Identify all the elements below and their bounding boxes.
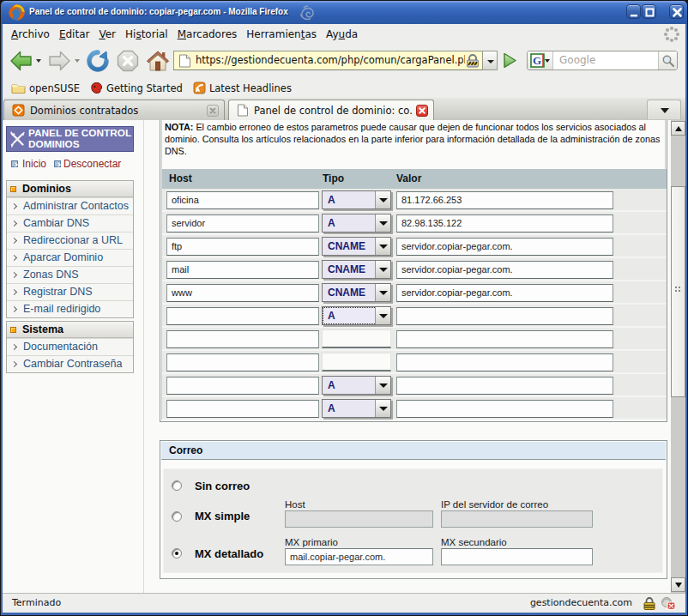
link-desconectar[interactable]: Desconectar <box>63 158 121 170</box>
dns-valor-input[interactable] <box>396 377 613 395</box>
menu-editar[interactable]: Editar <box>54 26 94 43</box>
maximize-button[interactable] <box>642 4 656 19</box>
input-mx-primario[interactable]: mail.copiar-pegar.com. <box>285 548 433 565</box>
menu-historial[interactable]: Historial <box>121 26 173 43</box>
page-main: NOTA: El cambio erroneo de estos paramet… <box>144 120 671 593</box>
tab-title[interactable]: Panel de control de dominio: co... <box>254 105 413 117</box>
dns-tipo-select[interactable]: A <box>322 399 391 418</box>
search-bar[interactable]: G Google <box>527 51 678 70</box>
scrollbar-thumb[interactable] <box>671 186 685 397</box>
menu-herramientas[interactable]: Herramientas <box>242 26 322 43</box>
forward-button[interactable] <box>47 49 71 73</box>
sidebar-item-cambiar-dns[interactable]: Cambiar DNS <box>7 214 133 232</box>
dns-valor-input[interactable]: 82.98.135.122 <box>396 214 613 233</box>
radio-sin-correo[interactable] <box>172 480 182 491</box>
tab-close-button-active[interactable] <box>416 105 428 117</box>
sidebar-item-redireccionar-a-url[interactable]: Redireccionar a URL <box>7 232 133 249</box>
dns-tipo-dropdown-button[interactable] <box>375 377 390 394</box>
menu-ver[interactable]: Ver <box>94 26 121 43</box>
dns-host-input[interactable] <box>166 353 319 371</box>
status-lock-icon[interactable] <box>643 597 656 610</box>
sidebar-item-registrar-dns[interactable]: Registrar DNS <box>7 283 133 300</box>
bookmark-getting-started[interactable]: Getting Started <box>85 82 188 94</box>
sidebar-item-aparcar-dominio[interactable]: Aparcar Dominio <box>7 249 133 266</box>
dns-valor-input[interactable]: servidor.copiar-pegar.com. <box>396 284 613 302</box>
menu-archivo[interactable]: Archivo <box>7 26 55 43</box>
scroll-down-button[interactable] <box>671 577 685 592</box>
stop-button[interactable] <box>116 49 140 73</box>
back-button[interactable] <box>9 49 33 73</box>
dns-tipo-dropdown-button[interactable] <box>375 238 390 255</box>
dns-valor-input[interactable]: servidor.copiar-pegar.com. <box>396 238 613 256</box>
forward-dropdown-arrow[interactable] <box>75 59 80 63</box>
sidebar-item-documentacion[interactable]: Documentación <box>7 338 133 355</box>
input-mx-ip[interactable] <box>441 510 593 528</box>
search-input[interactable]: Google <box>559 51 595 69</box>
dns-host-input[interactable] <box>166 400 319 418</box>
dns-tipo-select-empty[interactable] <box>322 329 391 348</box>
search-engine-selector[interactable]: G <box>528 51 553 69</box>
go-button[interactable] <box>498 50 520 71</box>
dns-tipo-dropdown-button[interactable] <box>375 191 390 208</box>
status-offline-icon[interactable] <box>660 596 676 610</box>
dns-valor-input[interactable] <box>396 330 613 348</box>
dns-tipo-select[interactable]: CNAME <box>322 283 391 302</box>
bookmark-opensuse[interactable]: openSUSE <box>3 82 85 94</box>
home-button[interactable] <box>146 49 170 73</box>
dns-tipo-dropdown-button[interactable] <box>375 261 390 278</box>
input-mx-secundario[interactable] <box>441 548 593 565</box>
link-inicio[interactable]: Inicio <box>22 158 46 170</box>
dns-valor-input[interactable] <box>396 353 613 371</box>
menu-ayuda[interactable]: Ayuda <box>322 26 363 43</box>
scroll-up-button[interactable] <box>671 121 685 136</box>
dns-host-input[interactable] <box>166 307 319 325</box>
dns-tipo-select-empty[interactable] <box>322 353 391 371</box>
dns-tipo-dropdown-button[interactable] <box>375 284 390 301</box>
minimize-button[interactable] <box>626 4 641 19</box>
close-button[interactable] <box>669 4 684 19</box>
dns-host-input[interactable]: servidor <box>166 214 319 233</box>
title-bar[interactable]: Panel de control de dominio: copiar-pega… <box>1 1 687 24</box>
dns-host-input[interactable]: mail <box>166 261 319 279</box>
dns-host-input[interactable]: ftp <box>166 238 319 256</box>
list-all-tabs-button[interactable] <box>647 100 681 119</box>
url-text[interactable]: https://gestiondecuenta.com/php/comun/ca… <box>196 51 465 69</box>
menu-marcadores[interactable]: Marcadores <box>172 26 242 43</box>
bookmark-latest-headlines[interactable]: Latest Headlines <box>188 82 297 94</box>
dns-host-input[interactable] <box>166 377 319 395</box>
dns-tipo-select[interactable]: A <box>322 306 391 325</box>
dns-tipo-select[interactable]: CNAME <box>322 237 391 256</box>
radio-mx-detallado[interactable] <box>172 548 182 559</box>
dns-valor-input[interactable]: 81.172.66.253 <box>396 191 613 209</box>
dns-tipo-dropdown-button[interactable] <box>375 214 390 232</box>
dns-valor-input[interactable]: servidor.copiar-pegar.com. <box>396 261 613 279</box>
search-go-button[interactable] <box>658 51 677 69</box>
back-dropdown-arrow[interactable] <box>36 59 41 63</box>
dns-tipo-select[interactable]: A <box>322 214 391 233</box>
reload-button[interactable] <box>86 49 110 73</box>
dns-tipo-dropdown-button[interactable] <box>375 400 390 417</box>
dns-host-input[interactable]: oficina <box>166 191 319 209</box>
tab-close-button[interactable] <box>207 105 219 117</box>
radio-mx-simple[interactable] <box>172 511 182 522</box>
tab-panel-de-control[interactable]: Panel de control de dominio: co... <box>228 100 434 120</box>
dns-valor-input[interactable] <box>396 307 613 325</box>
tab-dominios-contratados[interactable]: Dominios contratados <box>3 100 225 120</box>
dns-host-input[interactable]: www <box>166 284 319 302</box>
dns-tipo-dropdown-button[interactable] <box>375 307 390 324</box>
dns-host-input[interactable] <box>166 330 319 348</box>
url-bar[interactable]: https://gestiondecuenta.com/php/comun/ca… <box>173 51 483 70</box>
section-bullet-icon <box>10 327 16 333</box>
vertical-scrollbar[interactable] <box>671 120 685 593</box>
input-mx-host[interactable] <box>285 510 433 528</box>
dns-tipo-select[interactable]: A <box>322 376 391 395</box>
dns-tipo-select[interactable]: A <box>322 190 391 209</box>
sidebar-item-administrar-contactos[interactable]: Administrar Contactos <box>7 197 133 214</box>
tab-title[interactable]: Dominios contratados <box>30 105 203 117</box>
sidebar-item-cambiar-contrasena[interactable]: Cambiar Contraseña <box>7 355 133 372</box>
url-history-dropdown[interactable] <box>483 51 498 70</box>
dns-valor-input[interactable] <box>396 400 613 418</box>
dns-tipo-select[interactable]: CNAME <box>322 260 391 279</box>
sidebar-item-zonas-dns[interactable]: Zonas DNS <box>7 266 133 283</box>
sidebar-item-email-redirigido[interactable]: E-mail redirigido <box>7 300 133 317</box>
